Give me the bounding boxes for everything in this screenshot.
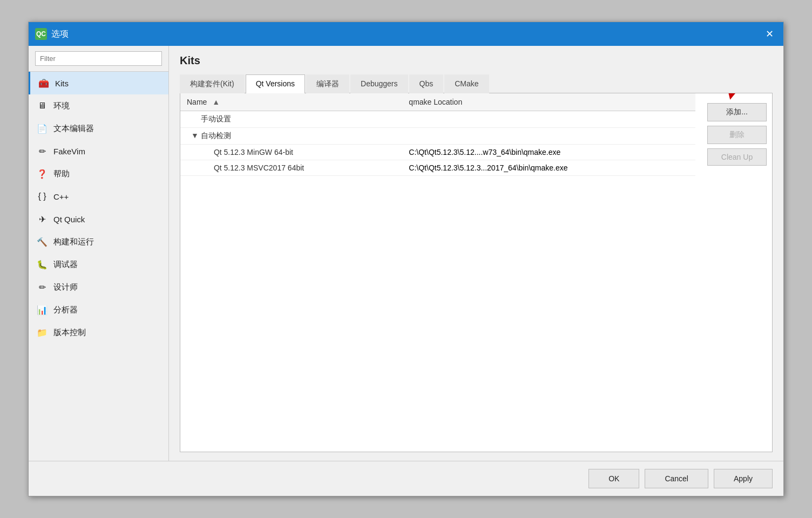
qmake-path: C:\Qt\Qt5.12.3\5.12.3...2017_64\bin\qmak… bbox=[402, 160, 695, 176]
title-bar-left: QC 选项 bbox=[35, 28, 69, 40]
tabs-bar: 构建套件(Kit)Qt Versions编译器DebuggersQbsCMake bbox=[180, 74, 773, 93]
tree-label: 手动设置 bbox=[201, 114, 231, 123]
side-buttons: 添加... 删除 Clean Up bbox=[702, 93, 772, 452]
ok-button[interactable]: OK bbox=[588, 469, 639, 488]
table-row[interactable]: Qt 5.12.3 MinGW 64-bit C:\Qt\Qt5.12.3\5.… bbox=[180, 145, 695, 160]
tree-label: 自动检测 bbox=[201, 131, 231, 140]
sidebar-label-qt-quick: Qt Quick bbox=[53, 215, 85, 224]
versions-table-area: Name ▲ qmake Location 手动设置 bbox=[180, 93, 695, 452]
sidebar-label-text-editor: 文本编辑器 bbox=[53, 124, 94, 134]
versions-table: Name ▲ qmake Location 手动设置 bbox=[180, 93, 695, 176]
sidebar-icon-debugger: 🐛 bbox=[36, 258, 48, 270]
title-bar: QC 选项 ✕ bbox=[29, 22, 783, 46]
sidebar-item-help[interactable]: ❓ 帮助 bbox=[29, 162, 168, 185]
cancel-button[interactable]: Cancel bbox=[645, 469, 708, 488]
tree-label: Qt 5.12.3 MSVC2017 64bit bbox=[214, 163, 304, 172]
tab-compiler[interactable]: 编译器 bbox=[306, 74, 349, 93]
qmake-path: C:\Qt\Qt5.12.3\5.12....w73_64\bin\qmake.… bbox=[402, 145, 695, 160]
sidebar-icon-designer: ✏ bbox=[36, 281, 48, 293]
sidebar-item-fakevim[interactable]: ✏ FakeVim bbox=[29, 140, 168, 162]
sidebar-icon-qt-quick: ✈ bbox=[36, 213, 48, 225]
red-arrow-annotation bbox=[702, 93, 745, 101]
sidebar-label-analyzer: 分析器 bbox=[53, 305, 78, 315]
sidebar-icon-cpp: { } bbox=[36, 190, 48, 202]
sidebar-label-help: 帮助 bbox=[53, 169, 70, 179]
sidebar-item-environment[interactable]: 🖥 环境 bbox=[29, 94, 168, 117]
sidebar-item-analyzer[interactable]: 📊 分析器 bbox=[29, 298, 168, 321]
sort-arrow-icon: ▲ bbox=[212, 98, 220, 106]
table-row[interactable]: 手动设置 bbox=[180, 111, 695, 128]
sidebar-item-cpp[interactable]: { } C++ bbox=[29, 185, 168, 208]
sidebar-label-build-run: 构建和运行 bbox=[53, 237, 94, 247]
qmake-path bbox=[402, 111, 695, 128]
sidebar-icon-vcs: 📁 bbox=[36, 326, 48, 338]
sidebar-item-build-run[interactable]: 🔨 构建和运行 bbox=[29, 230, 168, 253]
sidebar-label-kits: Kits bbox=[55, 79, 69, 88]
table-row[interactable]: Qt 5.12.3 MSVC2017 64bit C:\Qt\Qt5.12.3\… bbox=[180, 160, 695, 176]
col-qmake-header[interactable]: qmake Location bbox=[402, 93, 695, 111]
content-area: 🧰 Kits 🖥 环境 📄 文本编辑器 ✏ FakeVim ❓ 帮助 { } C… bbox=[29, 46, 783, 461]
sidebar-label-debugger: 调试器 bbox=[53, 260, 78, 270]
filter-area bbox=[29, 46, 168, 72]
sidebar-item-designer[interactable]: ✏ 设计师 bbox=[29, 276, 168, 298]
tab-cmake[interactable]: CMake bbox=[444, 74, 489, 93]
apply-button[interactable]: Apply bbox=[714, 469, 773, 488]
tab-debuggers[interactable]: Debuggers bbox=[350, 74, 408, 93]
sidebar-icon-fakevim: ✏ bbox=[36, 145, 48, 157]
tab-qbs[interactable]: Qbs bbox=[409, 74, 444, 93]
sidebar-icon-text-editor: 📄 bbox=[36, 122, 48, 134]
sidebar-icon-kits: 🧰 bbox=[38, 77, 50, 89]
tab-build-kit[interactable]: 构建套件(Kit) bbox=[180, 74, 245, 93]
sidebar-label-designer: 设计师 bbox=[53, 282, 78, 292]
sidebar-label-cpp: C++ bbox=[53, 192, 69, 201]
dialog: QC 选项 ✕ 🧰 Kits 🖥 环境 📄 文本编辑器 ✏ FakeVim ❓ … bbox=[28, 22, 784, 496]
tab-content: Name ▲ qmake Location 手动设置 bbox=[180, 93, 773, 452]
tab-qt-versions[interactable]: Qt Versions bbox=[246, 74, 305, 93]
col-name-header[interactable]: Name ▲ bbox=[180, 93, 402, 111]
sidebar-label-fakevim: FakeVim bbox=[53, 147, 85, 156]
sidebar-item-text-editor[interactable]: 📄 文本编辑器 bbox=[29, 117, 168, 140]
tree-label: Qt 5.12.3 MinGW 64-bit bbox=[214, 148, 293, 156]
sidebar-icon-analyzer: 📊 bbox=[36, 304, 48, 316]
filter-input[interactable] bbox=[35, 51, 162, 66]
sidebar: 🧰 Kits 🖥 环境 📄 文本编辑器 ✏ FakeVim ❓ 帮助 { } C… bbox=[29, 46, 169, 461]
footer: OK Cancel Apply bbox=[29, 461, 783, 496]
qmake-path bbox=[402, 128, 695, 145]
sidebar-item-debugger[interactable]: 🐛 调试器 bbox=[29, 253, 168, 276]
sidebar-item-vcs[interactable]: 📁 版本控制 bbox=[29, 321, 168, 344]
sidebar-icon-environment: 🖥 bbox=[36, 100, 48, 112]
sidebar-item-kits[interactable]: 🧰 Kits bbox=[29, 72, 168, 94]
app-icon: QC bbox=[35, 28, 47, 40]
delete-button[interactable]: 删除 bbox=[707, 126, 767, 144]
sidebar-list: 🧰 Kits 🖥 环境 📄 文本编辑器 ✏ FakeVim ❓ 帮助 { } C… bbox=[29, 72, 168, 461]
panel-title: Kits bbox=[180, 54, 773, 67]
main-panel: Kits 构建套件(Kit)Qt Versions编译器DebuggersQbs… bbox=[169, 46, 783, 461]
sidebar-item-qt-quick[interactable]: ✈ Qt Quick bbox=[29, 208, 168, 230]
dialog-title: 选项 bbox=[51, 29, 69, 40]
cleanup-button[interactable]: Clean Up bbox=[707, 148, 767, 166]
sidebar-label-environment: 环境 bbox=[53, 101, 70, 111]
sidebar-label-vcs: 版本控制 bbox=[53, 328, 86, 338]
add-button[interactable]: 添加... bbox=[707, 103, 767, 121]
sidebar-icon-help: ❓ bbox=[36, 168, 48, 180]
tree-expand-icon: ▼ bbox=[191, 131, 199, 140]
close-button[interactable]: ✕ bbox=[762, 28, 777, 40]
sidebar-icon-build-run: 🔨 bbox=[36, 236, 48, 248]
table-row[interactable]: ▼ 自动检测 bbox=[180, 128, 695, 145]
